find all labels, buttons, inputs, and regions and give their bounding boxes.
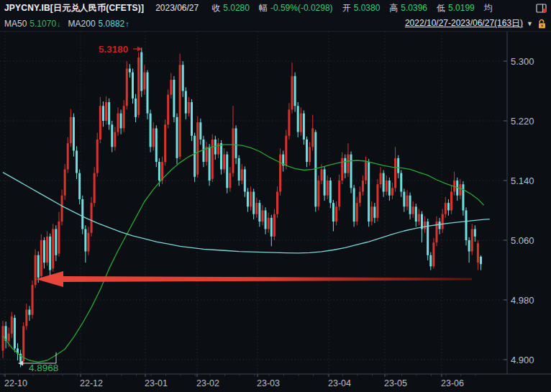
candle[interactable]: [229, 167, 231, 191]
candle[interactable]: [279, 148, 281, 195]
candle[interactable]: [40, 234, 42, 279]
candle[interactable]: [226, 152, 228, 193]
candle[interactable]: [447, 199, 450, 216]
candle[interactable]: [76, 146, 78, 179]
candle[interactable]: [32, 281, 34, 319]
candle[interactable]: [49, 234, 51, 276]
candle[interactable]: [368, 159, 370, 227]
candle[interactable]: [132, 68, 134, 104]
candle[interactable]: [111, 121, 113, 152]
candle[interactable]: [209, 144, 211, 186]
candle[interactable]: [415, 204, 417, 227]
candle[interactable]: [474, 225, 476, 242]
candle[interactable]: [261, 205, 263, 225]
candle[interactable]: [211, 135, 214, 182]
candle[interactable]: [341, 152, 343, 185]
candle[interactable]: [146, 70, 148, 119]
candle[interactable]: [11, 312, 13, 338]
price-chart[interactable]: 5.3005.2205.1405.0604.9804.90022-1022-12…: [0, 32, 551, 392]
candle[interactable]: [17, 343, 19, 360]
candle[interactable]: [270, 215, 273, 247]
candle[interactable]: [191, 99, 193, 141]
candle[interactable]: [303, 110, 305, 145]
candle[interactable]: [252, 188, 255, 219]
candle[interactable]: [22, 322, 24, 365]
candle[interactable]: [335, 201, 337, 225]
candle[interactable]: [309, 142, 311, 165]
candle[interactable]: [288, 103, 290, 140]
candle[interactable]: [285, 129, 287, 169]
candle[interactable]: [64, 164, 66, 200]
candle[interactable]: [223, 148, 225, 173]
candle[interactable]: [202, 136, 204, 168]
candle[interactable]: [258, 200, 260, 227]
unlock-icon[interactable]: [537, 19, 547, 29]
candle[interactable]: [167, 89, 169, 128]
candle[interactable]: [58, 212, 60, 257]
candle[interactable]: [324, 166, 326, 201]
candle[interactable]: [150, 109, 152, 152]
candle[interactable]: [70, 109, 72, 147]
candle[interactable]: [188, 97, 190, 117]
candle[interactable]: [105, 96, 107, 124]
candle[interactable]: [338, 175, 340, 211]
candle[interactable]: [176, 114, 178, 165]
candle[interactable]: [81, 196, 83, 234]
candle[interactable]: [388, 178, 391, 201]
candle[interactable]: [294, 73, 296, 112]
candle[interactable]: [282, 151, 284, 172]
candle[interactable]: [108, 99, 110, 130]
candle[interactable]: [61, 189, 63, 225]
candle[interactable]: [35, 249, 37, 288]
candle[interactable]: [397, 155, 399, 178]
candle[interactable]: [25, 304, 27, 329]
candle[interactable]: [94, 167, 96, 206]
candle[interactable]: [241, 164, 243, 184]
candle[interactable]: [91, 197, 93, 237]
candle[interactable]: [435, 216, 437, 247]
candle[interactable]: [135, 94, 137, 122]
candle[interactable]: [347, 143, 349, 177]
candle[interactable]: [250, 186, 252, 210]
candle[interactable]: [314, 129, 317, 211]
candle[interactable]: [356, 197, 358, 225]
date-range-selector[interactable]: 2022/10/27-2023/06/27(163日): [405, 17, 523, 29]
candle[interactable]: [403, 188, 405, 211]
candle[interactable]: [450, 186, 452, 214]
candle[interactable]: [311, 115, 314, 151]
candle[interactable]: [353, 185, 355, 227]
candle[interactable]: [297, 102, 299, 137]
candle[interactable]: [468, 237, 470, 263]
candle[interactable]: [456, 178, 458, 201]
candle[interactable]: [400, 170, 402, 196]
candle[interactable]: [117, 107, 119, 135]
candle[interactable]: [362, 176, 364, 196]
candle[interactable]: [155, 125, 158, 167]
candle[interactable]: [445, 197, 447, 218]
candle[interactable]: [409, 193, 411, 219]
candle[interactable]: [317, 176, 319, 211]
candle[interactable]: [412, 201, 414, 218]
candle[interactable]: [465, 207, 468, 245]
candle[interactable]: [350, 152, 352, 193]
candle[interactable]: [120, 109, 122, 134]
candle[interactable]: [199, 119, 201, 145]
candle[interactable]: [5, 322, 7, 348]
candle[interactable]: [67, 137, 69, 173]
candle[interactable]: [206, 142, 208, 165]
candle[interactable]: [429, 252, 432, 270]
candle[interactable]: [244, 166, 246, 197]
candle[interactable]: [84, 225, 86, 263]
candle[interactable]: [344, 155, 346, 178]
candle[interactable]: [332, 200, 334, 232]
candle[interactable]: [477, 240, 479, 270]
candle[interactable]: [418, 209, 420, 225]
candle[interactable]: [359, 186, 361, 206]
candle[interactable]: [170, 73, 172, 99]
candle[interactable]: [453, 172, 455, 196]
candle[interactable]: [73, 114, 75, 157]
candle[interactable]: [179, 54, 181, 160]
candle[interactable]: [152, 122, 155, 150]
candle[interactable]: [370, 201, 373, 225]
candle[interactable]: [268, 213, 270, 233]
